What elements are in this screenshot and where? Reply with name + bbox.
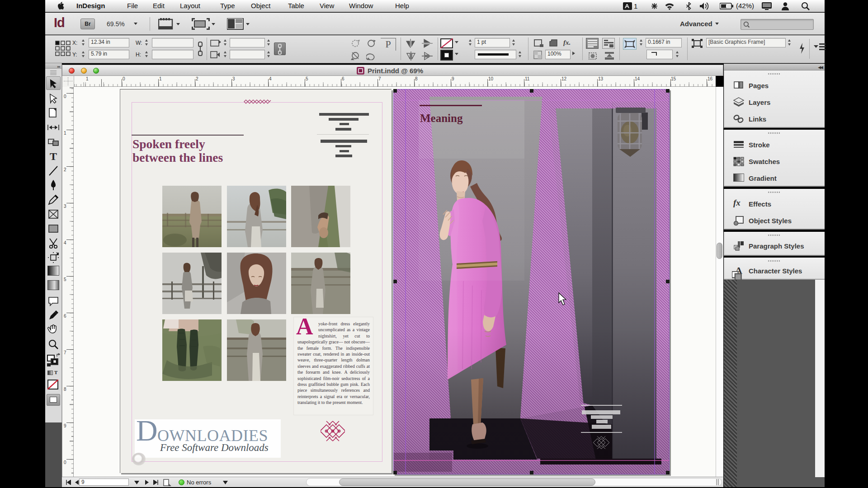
svg-text:1: 1 — [634, 2, 637, 10]
